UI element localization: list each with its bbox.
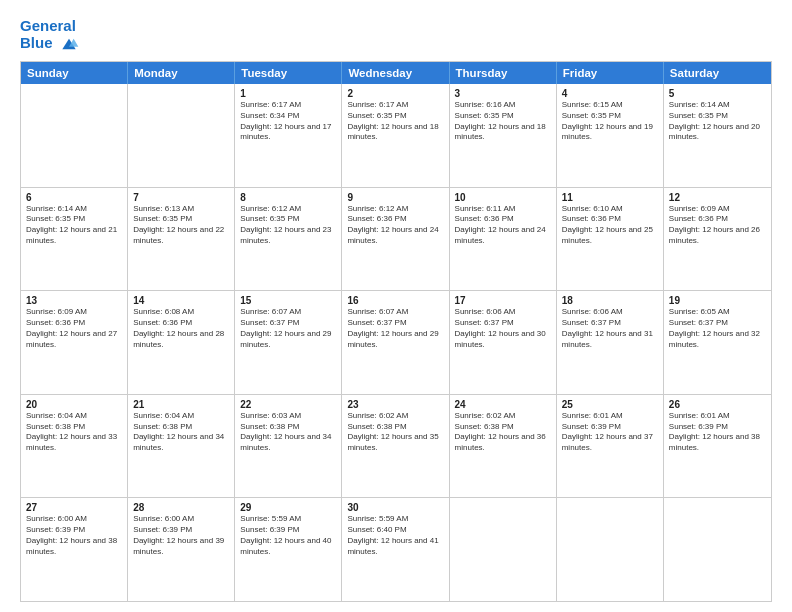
sun-info: Sunrise: 6:04 AM Sunset: 6:38 PM Dayligh… xyxy=(26,411,122,454)
calendar-cell xyxy=(557,498,664,601)
day-number: 19 xyxy=(669,295,766,306)
sun-info: Sunrise: 6:14 AM Sunset: 6:35 PM Dayligh… xyxy=(669,100,766,143)
sun-info: Sunrise: 6:09 AM Sunset: 6:36 PM Dayligh… xyxy=(669,204,766,247)
calendar-cell: 6Sunrise: 6:14 AM Sunset: 6:35 PM Daylig… xyxy=(21,188,128,291)
sun-info: Sunrise: 6:00 AM Sunset: 6:39 PM Dayligh… xyxy=(26,514,122,557)
calendar-cell: 4Sunrise: 6:15 AM Sunset: 6:35 PM Daylig… xyxy=(557,84,664,187)
weekday-header-thursday: Thursday xyxy=(450,62,557,84)
day-number: 29 xyxy=(240,502,336,513)
calendar-cell: 10Sunrise: 6:11 AM Sunset: 6:36 PM Dayli… xyxy=(450,188,557,291)
calendar-cell: 23Sunrise: 6:02 AM Sunset: 6:38 PM Dayli… xyxy=(342,395,449,498)
sun-info: Sunrise: 6:02 AM Sunset: 6:38 PM Dayligh… xyxy=(347,411,443,454)
day-number: 30 xyxy=(347,502,443,513)
calendar-cell: 12Sunrise: 6:09 AM Sunset: 6:36 PM Dayli… xyxy=(664,188,771,291)
calendar-cell: 11Sunrise: 6:10 AM Sunset: 6:36 PM Dayli… xyxy=(557,188,664,291)
calendar-row-5: 27Sunrise: 6:00 AM Sunset: 6:39 PM Dayli… xyxy=(21,497,771,601)
calendar: SundayMondayTuesdayWednesdayThursdayFrid… xyxy=(20,61,772,602)
calendar-cell: 8Sunrise: 6:12 AM Sunset: 6:35 PM Daylig… xyxy=(235,188,342,291)
calendar-cell: 22Sunrise: 6:03 AM Sunset: 6:38 PM Dayli… xyxy=(235,395,342,498)
weekday-header-tuesday: Tuesday xyxy=(235,62,342,84)
logo-blue-text: Blue xyxy=(20,35,79,52)
day-number: 28 xyxy=(133,502,229,513)
sun-info: Sunrise: 5:59 AM Sunset: 6:39 PM Dayligh… xyxy=(240,514,336,557)
calendar-cell: 18Sunrise: 6:06 AM Sunset: 6:37 PM Dayli… xyxy=(557,291,664,394)
sun-info: Sunrise: 6:01 AM Sunset: 6:39 PM Dayligh… xyxy=(669,411,766,454)
sun-info: Sunrise: 6:15 AM Sunset: 6:35 PM Dayligh… xyxy=(562,100,658,143)
calendar-cell: 29Sunrise: 5:59 AM Sunset: 6:39 PM Dayli… xyxy=(235,498,342,601)
calendar-cell: 17Sunrise: 6:06 AM Sunset: 6:37 PM Dayli… xyxy=(450,291,557,394)
sun-info: Sunrise: 6:12 AM Sunset: 6:36 PM Dayligh… xyxy=(347,204,443,247)
day-number: 23 xyxy=(347,399,443,410)
sun-info: Sunrise: 6:00 AM Sunset: 6:39 PM Dayligh… xyxy=(133,514,229,557)
day-number: 13 xyxy=(26,295,122,306)
logo: General Blue xyxy=(20,18,79,51)
day-number: 7 xyxy=(133,192,229,203)
day-number: 24 xyxy=(455,399,551,410)
day-number: 21 xyxy=(133,399,229,410)
day-number: 6 xyxy=(26,192,122,203)
sun-info: Sunrise: 6:10 AM Sunset: 6:36 PM Dayligh… xyxy=(562,204,658,247)
day-number: 17 xyxy=(455,295,551,306)
calendar-cell: 5Sunrise: 6:14 AM Sunset: 6:35 PM Daylig… xyxy=(664,84,771,187)
weekday-header-saturday: Saturday xyxy=(664,62,771,84)
calendar-cell: 26Sunrise: 6:01 AM Sunset: 6:39 PM Dayli… xyxy=(664,395,771,498)
day-number: 18 xyxy=(562,295,658,306)
calendar-cell xyxy=(128,84,235,187)
calendar-cell: 19Sunrise: 6:05 AM Sunset: 6:37 PM Dayli… xyxy=(664,291,771,394)
sun-info: Sunrise: 6:13 AM Sunset: 6:35 PM Dayligh… xyxy=(133,204,229,247)
sun-info: Sunrise: 6:02 AM Sunset: 6:38 PM Dayligh… xyxy=(455,411,551,454)
sun-info: Sunrise: 6:05 AM Sunset: 6:37 PM Dayligh… xyxy=(669,307,766,350)
calendar-cell: 27Sunrise: 6:00 AM Sunset: 6:39 PM Dayli… xyxy=(21,498,128,601)
day-number: 8 xyxy=(240,192,336,203)
calendar-cell: 3Sunrise: 6:16 AM Sunset: 6:35 PM Daylig… xyxy=(450,84,557,187)
weekday-header-monday: Monday xyxy=(128,62,235,84)
sun-info: Sunrise: 6:17 AM Sunset: 6:34 PM Dayligh… xyxy=(240,100,336,143)
sun-info: Sunrise: 6:06 AM Sunset: 6:37 PM Dayligh… xyxy=(455,307,551,350)
day-number: 2 xyxy=(347,88,443,99)
calendar-cell xyxy=(450,498,557,601)
calendar-cell xyxy=(21,84,128,187)
calendar-cell: 9Sunrise: 6:12 AM Sunset: 6:36 PM Daylig… xyxy=(342,188,449,291)
day-number: 10 xyxy=(455,192,551,203)
calendar-cell: 14Sunrise: 6:08 AM Sunset: 6:36 PM Dayli… xyxy=(128,291,235,394)
day-number: 20 xyxy=(26,399,122,410)
calendar-cell: 16Sunrise: 6:07 AM Sunset: 6:37 PM Dayli… xyxy=(342,291,449,394)
day-number: 3 xyxy=(455,88,551,99)
calendar-cell: 25Sunrise: 6:01 AM Sunset: 6:39 PM Dayli… xyxy=(557,395,664,498)
calendar-cell: 2Sunrise: 6:17 AM Sunset: 6:35 PM Daylig… xyxy=(342,84,449,187)
calendar-row-2: 6Sunrise: 6:14 AM Sunset: 6:35 PM Daylig… xyxy=(21,187,771,291)
sun-info: Sunrise: 6:09 AM Sunset: 6:36 PM Dayligh… xyxy=(26,307,122,350)
day-number: 27 xyxy=(26,502,122,513)
sun-info: Sunrise: 6:07 AM Sunset: 6:37 PM Dayligh… xyxy=(240,307,336,350)
day-number: 5 xyxy=(669,88,766,99)
calendar-body: 1Sunrise: 6:17 AM Sunset: 6:34 PM Daylig… xyxy=(21,84,771,601)
sun-info: Sunrise: 6:01 AM Sunset: 6:39 PM Dayligh… xyxy=(562,411,658,454)
day-number: 25 xyxy=(562,399,658,410)
calendar-cell: 24Sunrise: 6:02 AM Sunset: 6:38 PM Dayli… xyxy=(450,395,557,498)
calendar-row-3: 13Sunrise: 6:09 AM Sunset: 6:36 PM Dayli… xyxy=(21,290,771,394)
day-number: 4 xyxy=(562,88,658,99)
sun-info: Sunrise: 6:17 AM Sunset: 6:35 PM Dayligh… xyxy=(347,100,443,143)
day-number: 1 xyxy=(240,88,336,99)
day-number: 16 xyxy=(347,295,443,306)
day-number: 9 xyxy=(347,192,443,203)
calendar-cell: 7Sunrise: 6:13 AM Sunset: 6:35 PM Daylig… xyxy=(128,188,235,291)
day-number: 12 xyxy=(669,192,766,203)
calendar-header: SundayMondayTuesdayWednesdayThursdayFrid… xyxy=(21,62,771,84)
sun-info: Sunrise: 6:04 AM Sunset: 6:38 PM Dayligh… xyxy=(133,411,229,454)
calendar-row-4: 20Sunrise: 6:04 AM Sunset: 6:38 PM Dayli… xyxy=(21,394,771,498)
sun-info: Sunrise: 6:11 AM Sunset: 6:36 PM Dayligh… xyxy=(455,204,551,247)
calendar-cell: 28Sunrise: 6:00 AM Sunset: 6:39 PM Dayli… xyxy=(128,498,235,601)
day-number: 15 xyxy=(240,295,336,306)
calendar-cell: 13Sunrise: 6:09 AM Sunset: 6:36 PM Dayli… xyxy=(21,291,128,394)
weekday-header-sunday: Sunday xyxy=(21,62,128,84)
page: General Blue SundayMondayTuesdayWednesda… xyxy=(0,0,792,612)
day-number: 22 xyxy=(240,399,336,410)
weekday-header-friday: Friday xyxy=(557,62,664,84)
calendar-cell xyxy=(664,498,771,601)
logo-text: General xyxy=(20,18,79,35)
calendar-cell: 30Sunrise: 5:59 AM Sunset: 6:40 PM Dayli… xyxy=(342,498,449,601)
calendar-cell: 21Sunrise: 6:04 AM Sunset: 6:38 PM Dayli… xyxy=(128,395,235,498)
sun-info: Sunrise: 6:14 AM Sunset: 6:35 PM Dayligh… xyxy=(26,204,122,247)
sun-info: Sunrise: 6:08 AM Sunset: 6:36 PM Dayligh… xyxy=(133,307,229,350)
